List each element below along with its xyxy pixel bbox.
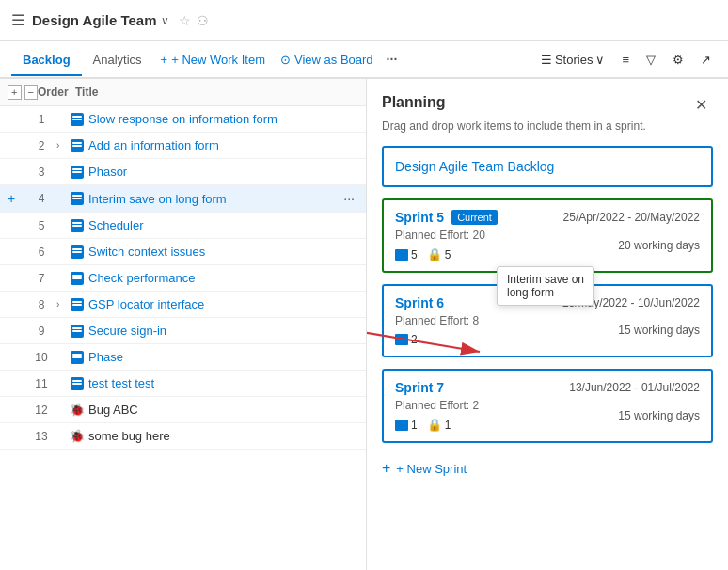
collapse-all-button[interactable]: − xyxy=(24,85,39,100)
order-column-header: Order xyxy=(38,86,75,99)
work-item-title[interactable]: Interim save on long form xyxy=(88,192,340,206)
menu-icon[interactable]: ☰ xyxy=(11,11,24,29)
story-count-icon xyxy=(395,334,408,345)
work-item-title[interactable]: Check performance xyxy=(88,271,358,285)
person-icon[interactable]: ⚇ xyxy=(197,13,209,28)
story-icon xyxy=(71,166,84,179)
story-icon xyxy=(71,298,84,311)
expand-row-icon xyxy=(56,220,70,230)
filter-icon: ▽ xyxy=(646,53,656,67)
sprint-7-items: 1 🔒 1 xyxy=(395,418,479,432)
column-options-button[interactable]: ≡ xyxy=(616,49,635,71)
gear-icon: ⚙ xyxy=(673,53,684,67)
table-row: + 1 Slow response on information form xyxy=(0,106,366,133)
table-row: + 5 Scheduler xyxy=(0,213,366,239)
sprint-7-footer: Planned Effort: 2 1 🔒 1 15 working days xyxy=(395,399,700,432)
work-item-title[interactable]: test test test xyxy=(88,376,358,390)
work-item-title[interactable]: some bug here xyxy=(88,429,358,443)
plus-icon: + xyxy=(161,53,168,67)
sprint-6-name[interactable]: Sprint 6 xyxy=(395,295,444,310)
star-icon[interactable]: ☆ xyxy=(179,13,191,28)
expand-row-icon xyxy=(56,246,70,257)
title-column-header: Title xyxy=(75,86,98,99)
planning-subtitle: Drag and drop work items to include them… xyxy=(382,119,713,133)
expand-row-icon xyxy=(56,431,70,441)
sprint-5-bug-count: 🔒 5 xyxy=(427,247,451,261)
table-row: + 10 Phase xyxy=(0,344,366,371)
table-row: + 13 🐞 some bug here xyxy=(0,423,366,450)
chevron-down-icon[interactable]: ∨ xyxy=(161,14,169,27)
planning-panel: Planning ✕ Drag and drop work items to i… xyxy=(367,79,728,570)
sprint-5-name[interactable]: Sprint 5 xyxy=(395,210,444,225)
table-row: + 2 › Add an information form xyxy=(0,133,366,159)
table-row: + 4 Interim save on long form ··· xyxy=(0,185,366,213)
expand-button[interactable]: ↗ xyxy=(695,49,717,71)
main-content: + − Order Title + 1 Slow response on inf… xyxy=(0,79,728,570)
work-item-title[interactable]: Slow response on information form xyxy=(88,112,358,126)
more-options-button[interactable]: ··· xyxy=(381,48,404,71)
story-icon xyxy=(71,377,84,390)
expand-row-icon xyxy=(56,325,70,336)
new-sprint-button[interactable]: + + New Sprint xyxy=(382,454,467,483)
sprint-7-header: Sprint 7 13/Jun/2022 - 01/Jul/2022 xyxy=(395,380,700,395)
sprint-7-working-days: 15 working days xyxy=(618,409,700,422)
planning-close-button[interactable]: ✕ xyxy=(689,94,713,116)
sprint-7-name[interactable]: Sprint 7 xyxy=(395,380,444,395)
story-icon xyxy=(71,272,84,285)
backlog-list: + − Order Title + 1 Slow response on inf… xyxy=(0,79,367,570)
bug-badge-icon: 🔒 xyxy=(427,247,442,261)
story-icon xyxy=(71,245,84,259)
sprint-5-items: 5 🔒 5 xyxy=(395,247,485,261)
expand-row-icon[interactable]: › xyxy=(56,299,70,309)
work-item-title[interactable]: Secure sign-in xyxy=(88,324,358,338)
sprint-5-header: Sprint 5 Current 25/Apr/2022 - 20/May/20… xyxy=(395,210,700,225)
backlog-card-title: Design Agile Team Backlog xyxy=(395,159,700,174)
sprint-card-7: Sprint 7 13/Jun/2022 - 01/Jul/2022 Plann… xyxy=(382,369,713,443)
work-item-title[interactable]: Scheduler xyxy=(88,218,358,232)
row-context-menu-button[interactable]: ··· xyxy=(340,189,358,208)
expand-row-icon xyxy=(56,352,70,362)
toolbar: Backlog Analytics + + New Work Item ⊙ Vi… xyxy=(0,41,728,79)
current-sprint-badge: Current xyxy=(451,210,498,225)
work-item-title[interactable]: Phase xyxy=(88,350,358,364)
work-item-title[interactable]: Phasor xyxy=(88,165,358,179)
sprint-5-footer: Planned Effort: 20 5 🔒 5 20 working days xyxy=(395,229,700,261)
settings-button[interactable]: ⚙ xyxy=(667,49,689,71)
story-icon xyxy=(71,113,84,126)
new-work-item-button[interactable]: + + New Work Item xyxy=(153,49,273,71)
tab-backlog[interactable]: Backlog xyxy=(11,45,82,76)
drag-tooltip: Interim save onlong form xyxy=(497,266,594,306)
view-as-board-button[interactable]: ⊙ View as Board xyxy=(273,49,381,71)
work-item-title[interactable]: GSP locator interface xyxy=(88,297,358,311)
story-icon xyxy=(71,139,84,152)
sprint-5-working-days: 20 working days xyxy=(618,239,700,252)
stories-dropdown-button[interactable]: ☰ Stories ∨ xyxy=(535,49,610,71)
tab-analytics[interactable]: Analytics xyxy=(82,45,153,76)
list-icon: ☰ xyxy=(541,53,552,67)
sprint-7-dates: 13/Jun/2022 - 01/Jul/2022 xyxy=(569,381,700,394)
table-row: + 8 › GSP locator interface xyxy=(0,292,366,318)
project-title: Design Agile Team xyxy=(32,12,157,28)
work-item-title[interactable]: Add an information form xyxy=(88,138,358,152)
sprint-7-bug-count: 🔒 1 xyxy=(427,418,451,432)
sprint-5-story-count: 5 xyxy=(395,248,418,261)
backlog-list-header: + − Order Title xyxy=(0,79,366,106)
filter-button[interactable]: ▽ xyxy=(641,49,661,71)
expand-row-icon xyxy=(56,378,70,388)
add-row-button[interactable]: + xyxy=(8,191,26,206)
work-item-title[interactable]: Bug ABC xyxy=(88,403,358,417)
table-row: + 6 Switch context issues xyxy=(0,239,366,265)
expand-row-icon xyxy=(56,404,70,415)
sprint-card-5: Sprint 5 Current 25/Apr/2022 - 20/May/20… xyxy=(382,198,713,273)
bug-icon: 🐞 xyxy=(70,429,85,443)
story-count-icon xyxy=(395,420,408,431)
work-item-title[interactable]: Switch context issues xyxy=(88,245,358,259)
sprint-5-dates: 25/Apr/2022 - 20/May/2022 xyxy=(563,211,700,224)
expand-icon: ↗ xyxy=(701,53,711,67)
expand-all-button[interactable]: + xyxy=(8,85,22,100)
table-row: + 9 Secure sign-in xyxy=(0,318,366,344)
expand-row-icon xyxy=(56,114,70,124)
board-icon: ⊙ xyxy=(280,53,291,67)
expand-row-icon[interactable]: › xyxy=(56,140,70,150)
sprint-5-effort: Planned Effort: 20 xyxy=(395,229,485,242)
